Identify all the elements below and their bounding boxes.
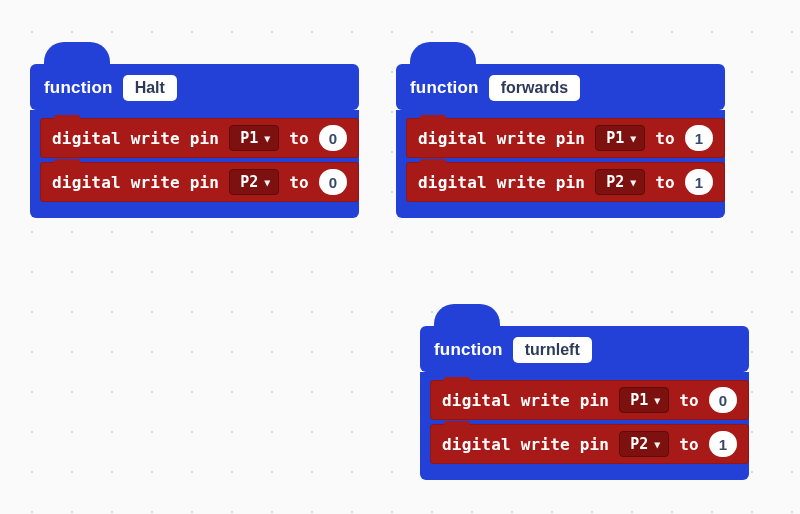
pin-value: P2 [606,173,624,191]
digital-write-block[interactable]: digital write pin P1 ▼ to 0 [430,380,749,420]
to-label: to [655,129,675,148]
function-block-turnleft[interactable]: function turnleft digital write pin P1 ▼… [420,326,749,480]
pin-value: P1 [606,129,624,147]
block-label: digital write pin [442,391,609,410]
chevron-down-icon: ▼ [654,439,660,450]
block-workspace[interactable]: function Halt digital write pin P1 ▼ to … [0,0,800,514]
value-input[interactable]: 1 [685,125,713,151]
value-input[interactable]: 1 [709,431,737,457]
digital-write-block[interactable]: digital write pin P2 ▼ to 1 [406,162,725,202]
digital-write-block[interactable]: digital write pin P2 ▼ to 1 [430,424,749,464]
function-header[interactable]: function forwards [396,64,725,110]
digital-write-block[interactable]: digital write pin P1 ▼ to 0 [40,118,359,158]
pin-dropdown[interactable]: P1 ▼ [229,125,279,151]
function-header[interactable]: function Halt [30,64,359,110]
to-label: to [679,435,699,454]
function-body: digital write pin P1 ▼ to 1 digital writ… [396,110,725,218]
block-label: digital write pin [418,173,585,192]
pin-value: P1 [630,391,648,409]
function-body: digital write pin P1 ▼ to 0 digital writ… [30,110,359,218]
digital-write-block[interactable]: digital write pin P1 ▼ to 1 [406,118,725,158]
function-name-input[interactable]: forwards [489,75,581,101]
pin-dropdown[interactable]: P2 ▼ [619,431,669,457]
chevron-down-icon: ▼ [264,133,270,144]
pin-dropdown[interactable]: P2 ▼ [229,169,279,195]
function-keyword: function [44,78,113,98]
chevron-down-icon: ▼ [630,133,636,144]
block-label: digital write pin [52,129,219,148]
function-name-input[interactable]: turnleft [513,337,592,363]
pin-dropdown[interactable]: P2 ▼ [595,169,645,195]
block-label: digital write pin [418,129,585,148]
to-label: to [289,173,309,192]
value-input[interactable]: 0 [709,387,737,413]
chevron-down-icon: ▼ [654,395,660,406]
function-header[interactable]: function turnleft [420,326,749,372]
pin-value: P2 [630,435,648,453]
value-input[interactable]: 0 [319,169,347,195]
pin-value: P2 [240,173,258,191]
pin-value: P1 [240,129,258,147]
pin-dropdown[interactable]: P1 ▼ [619,387,669,413]
block-label: digital write pin [442,435,609,454]
function-body: digital write pin P1 ▼ to 0 digital writ… [420,372,749,480]
value-input[interactable]: 0 [319,125,347,151]
chevron-down-icon: ▼ [630,177,636,188]
to-label: to [655,173,675,192]
function-name-input[interactable]: Halt [123,75,177,101]
value-input[interactable]: 1 [685,169,713,195]
function-keyword: function [434,340,503,360]
chevron-down-icon: ▼ [264,177,270,188]
pin-dropdown[interactable]: P1 ▼ [595,125,645,151]
to-label: to [289,129,309,148]
to-label: to [679,391,699,410]
function-block-forwards[interactable]: function forwards digital write pin P1 ▼… [396,64,725,218]
digital-write-block[interactable]: digital write pin P2 ▼ to 0 [40,162,359,202]
function-keyword: function [410,78,479,98]
function-block-halt[interactable]: function Halt digital write pin P1 ▼ to … [30,64,359,218]
block-label: digital write pin [52,173,219,192]
